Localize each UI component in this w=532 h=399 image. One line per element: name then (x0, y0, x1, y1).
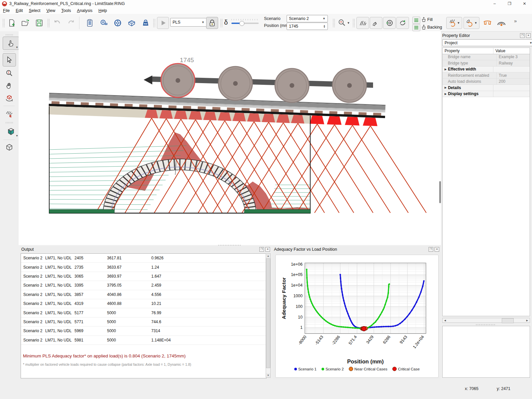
brick-button[interactable] (126, 17, 138, 29)
backing-toggle[interactable]: Backing (422, 25, 442, 30)
property-row[interactable]: Auto load divisions200 (443, 79, 530, 85)
output-row[interactable]: Scenario 2LM71, No UDL27353633.671.24 (21, 263, 266, 272)
output-scrollbar[interactable]: ▲ ▼ (266, 253, 271, 378)
scroll-right-icon[interactable]: ▶ (525, 318, 529, 323)
click-tool-button[interactable]: ▼ (3, 37, 19, 50)
orbit-3d-tool-button[interactable] (3, 92, 16, 105)
output-row[interactable]: Scenario 2LM71, No UDL30653693.971.647 (21, 272, 266, 281)
weight-kg-button[interactable]: KG (140, 17, 152, 29)
property-value-cell[interactable]: 200 (497, 79, 530, 84)
new-file-button[interactable] (6, 17, 18, 29)
output-row[interactable]: Scenario 2LM71, No UDL38574040.864.556 (21, 290, 266, 299)
position-input[interactable]: 1745 ▲▼ (287, 23, 328, 30)
show-arch-button[interactable] (370, 17, 382, 29)
series-point (309, 296, 311, 298)
toolbar-overflow[interactable]: » (514, 18, 517, 24)
menu-tools[interactable]: Tools (58, 8, 74, 14)
output-row[interactable]: Scenario 2LM71, No UDL43194600.8810.21 (21, 299, 266, 308)
close-panel-icon[interactable]: ✕ (526, 33, 531, 38)
canvas-scrollbar-thumb[interactable] (439, 181, 441, 203)
close-button[interactable]: ✕ (517, 0, 532, 7)
select-rays-tool-button[interactable] (3, 108, 16, 121)
scenario-select[interactable]: Scenario 2 ▼ (287, 15, 328, 22)
arch-hinge-tool-button[interactable] (495, 17, 507, 29)
reset-arch-button[interactable]: ▼ (464, 17, 479, 29)
output-row[interactable]: Scenario 2LM71, No UDL33953795.052.459 (21, 281, 266, 290)
solve-button[interactable] (157, 17, 169, 29)
output-row[interactable]: Scenario 2LM71, No UDL5177500076.99 (21, 308, 266, 317)
wireframe-view-button[interactable] (3, 141, 16, 154)
splitter-handle[interactable] (475, 324, 495, 326)
select-tool-button[interactable] (3, 53, 16, 66)
property-row[interactable]: Bridge nameExample 3 (443, 54, 530, 61)
property-row[interactable]: Bridge typeRailway (443, 60, 530, 66)
close-panel-icon[interactable]: ✕ (265, 247, 270, 252)
expand-arrow-icon[interactable]: ▶ (445, 68, 447, 71)
property-row[interactable]: Reinforcement enabledTrue (443, 72, 530, 79)
menu-file[interactable]: File (0, 8, 13, 14)
save-file-button[interactable] (33, 17, 45, 29)
property-context-select[interactable]: Project ▼ (442, 39, 532, 46)
show-hinges-button[interactable] (383, 17, 396, 29)
scroll-left-icon[interactable]: ◀ (443, 318, 447, 323)
analysis-mode-select[interactable]: PLS ▼ (170, 18, 207, 27)
fill-visibility-button[interactable] (412, 17, 420, 24)
float-panel-icon[interactable]: ❐ (520, 33, 525, 38)
slider-thumb[interactable] (239, 21, 244, 26)
series-point (387, 292, 389, 294)
output-row[interactable]: Scenario 2LM71, No UDL57715000744.6 (21, 318, 266, 327)
property-row[interactable]: ▶Effective width (443, 66, 530, 73)
open-file-button[interactable] (19, 17, 31, 29)
property-hscrollbar-thumb[interactable] (502, 318, 514, 323)
reset-rays-button[interactable]: ▼ (446, 17, 462, 29)
float-panel-icon[interactable]: ❐ (429, 247, 433, 252)
abutment-tool-button[interactable] (481, 17, 493, 29)
property-row[interactable]: ▶Display settings (443, 91, 530, 97)
output-rows: Scenario 2LM71, No UDL24053617.810.9626S… (21, 254, 266, 345)
scroll-down-icon[interactable]: ▼ (266, 373, 270, 377)
menu-analysis[interactable]: Analysis (74, 8, 96, 14)
property-value-cell[interactable]: Railway (497, 61, 530, 66)
zoom-out-button[interactable]: ▼ (336, 17, 352, 29)
undo-button[interactable] (51, 17, 63, 29)
output-scrollbar-thumb[interactable] (266, 258, 270, 368)
solid-view-button[interactable]: ▼ (3, 125, 19, 138)
show-rays-button[interactable] (356, 17, 369, 29)
model-canvas[interactable]: 1745 (19, 31, 441, 245)
fill-toggle[interactable]: Fill (422, 17, 433, 22)
output-cell: 3065 (74, 274, 107, 279)
backing-visibility-button[interactable] (412, 24, 420, 31)
redo-button[interactable] (65, 17, 77, 29)
output-list[interactable]: Scenario 2LM71, No UDL24053617.810.9626S… (21, 253, 267, 378)
y-tick-label: 1 (300, 325, 303, 330)
spinner-arrows[interactable]: ▲▼ (323, 25, 326, 28)
legend-marker-icon (322, 368, 324, 370)
expand-arrow-icon[interactable]: ▶ (445, 86, 447, 89)
property-row[interactable]: ▶Details (443, 85, 530, 91)
zoom-tool-button[interactable] (3, 66, 16, 80)
property-value-cell[interactable]: Example 3 (497, 55, 530, 59)
load-dispersal-line (297, 125, 352, 213)
float-panel-icon[interactable]: ❐ (259, 247, 264, 252)
report-button[interactable] (84, 17, 96, 29)
menu-select[interactable]: Select (26, 8, 44, 14)
menu-view[interactable]: View (43, 8, 58, 14)
scroll-up-icon[interactable]: ▲ (266, 254, 270, 258)
rotate-view-button[interactable] (396, 17, 409, 29)
delta-slider[interactable] (231, 19, 259, 26)
maximize-button[interactable]: ❐ (502, 0, 517, 7)
lock-button[interactable] (206, 17, 218, 29)
minimize-button[interactable]: – (487, 0, 502, 7)
expand-arrow-icon[interactable]: ▶ (445, 92, 447, 95)
output-row[interactable]: Scenario 2LM71, No UDL24053617.810.9626 (21, 254, 266, 263)
pan-tool-button[interactable] (3, 79, 16, 92)
measure-button[interactable] (98, 17, 110, 29)
output-row[interactable]: Scenario 2LM71, No UDL596950007314 (21, 327, 266, 335)
wheel-load-button[interactable] (112, 17, 124, 29)
menu-edit[interactable]: Edit (13, 8, 26, 14)
property-hscrollbar[interactable]: ◀ ▶ (442, 318, 530, 323)
output-row[interactable]: Scenario 2LM71, No UDL598150001.148E+04 (21, 336, 266, 345)
close-panel-icon[interactable]: ✕ (435, 247, 439, 252)
property-value-cell[interactable]: True (497, 73, 530, 78)
menu-help[interactable]: Help (95, 8, 110, 14)
